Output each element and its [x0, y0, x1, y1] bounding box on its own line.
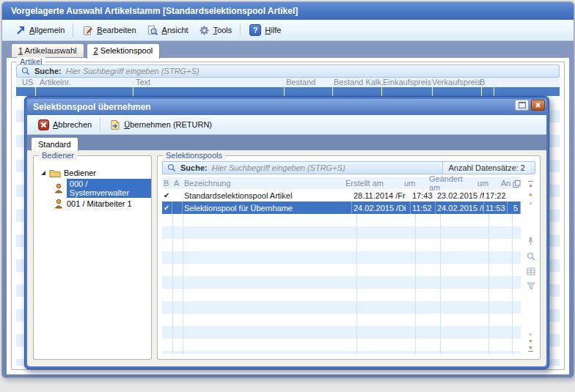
- table-row-selected[interactable]: ✔ Selektionspool für Übernhame 24.02.201…: [162, 201, 521, 214]
- search-placeholder: Hier Suchbegriff eingeben (STRG+S): [66, 67, 199, 75]
- cell-bezeichnung: Standardselektionspool Artikel: [183, 189, 352, 201]
- main-tabs: 1 Artikelauswahl 2 Selektionspool: [11, 43, 160, 57]
- tools-gear-icon: [199, 25, 210, 36]
- check-icon: ✔: [162, 201, 172, 214]
- col-text[interactable]: Text: [136, 78, 150, 86]
- search-icon: [21, 67, 30, 75]
- uebernehmen-label: Übernehmen (RETURN): [124, 120, 212, 129]
- tree-expander-icon[interactable]: [40, 169, 46, 176]
- cell-an: [508, 189, 521, 201]
- record-count: Anzahl Datensätze: 2: [442, 162, 530, 174]
- selektionspool-dialog: Selektionspool übernehmen Abbrechen Über…: [24, 96, 549, 369]
- zoom-icon[interactable]: [527, 252, 535, 261]
- menu-ansicht[interactable]: Ansicht: [142, 23, 194, 38]
- dialog-restore-button[interactable]: [515, 100, 529, 111]
- apply-icon: [109, 119, 120, 130]
- allgemein-arrow-icon: [15, 25, 26, 36]
- artikel-table-header: US Artikelnr. Text Bestand Bestand Kalk.…: [16, 78, 560, 87]
- search-label: Suche:: [34, 67, 62, 75]
- tree-item-systemverwalter[interactable]: 000 / Systemverwalter: [34, 180, 151, 196]
- menu-tools[interactable]: Tools: [194, 23, 238, 38]
- dialog-toolbar: Abbrechen Übernehmen (RETURN): [27, 115, 546, 135]
- user-icon: [54, 199, 64, 209]
- tab-artikelauswahl[interactable]: 1 Artikelauswahl: [11, 43, 84, 57]
- scroll-to-bottom-icon[interactable]: ▼: [528, 344, 533, 352]
- table-row[interactable]: ✔ Standardselektionspool Artikel 28.11.2…: [162, 189, 521, 201]
- toolbar-separator: [240, 23, 241, 37]
- window-titlebar: Vorgelagerte Auswahl Artikelstamm [Stand…: [2, 2, 574, 20]
- search-icon: [167, 163, 176, 172]
- menu-allgemein-label: Allgemein: [29, 26, 65, 34]
- bediener-tree: Bediener 000 / Systemverwalter 001 / Mit…: [34, 156, 151, 211]
- close-icon: [534, 101, 542, 109]
- col-bestand-kalk[interactable]: Bestand Kalk.: [334, 78, 384, 86]
- grid-icon[interactable]: [527, 267, 535, 275]
- scroll-up-icon[interactable]: ▲: [528, 191, 533, 197]
- user-icon: [54, 183, 64, 193]
- artikel-selected-row[interactable]: [16, 87, 560, 96]
- cell-erstellt: 28.11.2014 /Fr: [352, 189, 411, 201]
- cell-um: 17:43: [411, 189, 436, 201]
- col-bezeichnung[interactable]: Bezeichnung: [183, 179, 344, 188]
- col-b[interactable]: B: [162, 179, 172, 188]
- col-an[interactable]: An: [499, 179, 513, 188]
- bediener-groupbox: Bediener Bediener 000 / Systemverwalter …: [33, 155, 152, 360]
- menu-tools-label: Tools: [213, 26, 232, 34]
- tree-node-label: Bediener: [64, 169, 96, 177]
- pools-search-input[interactable]: Suche: Hier Suchbegriff eingeben (STRG+S…: [162, 161, 535, 174]
- pools-table-header: B A Bezeichnung Erstellt am um Geändert …: [162, 177, 521, 189]
- help-icon: ?: [249, 24, 261, 36]
- col-artikelnr[interactable]: Artikelnr.: [40, 78, 71, 86]
- col-a[interactable]: A: [172, 179, 183, 188]
- pools-table: B A Bezeichnung Erstellt am um Geändert …: [162, 177, 521, 354]
- folder-icon: [49, 168, 61, 177]
- column-options-icon[interactable]: [513, 180, 521, 188]
- abbrechen-label: Abbrechen: [53, 120, 92, 129]
- tab-selektionspool[interactable]: 2 Selektionspool: [87, 43, 161, 59]
- main-menubar: Allgemein Bearbeiten Ansicht Tools ? Hil…: [2, 20, 574, 41]
- menu-ansicht-label: Ansicht: [162, 26, 188, 34]
- scroll-down-alt-icon[interactable]: ▼: [528, 338, 533, 344]
- cell-um: 11:53: [484, 201, 508, 214]
- col-einkaufspreis[interactable]: Einkaufspreis: [383, 78, 431, 86]
- restore-icon: [519, 102, 526, 108]
- window-title: Vorgelagerte Auswahl Artikelstamm [Stand…: [11, 6, 298, 16]
- bearbeiten-icon: [82, 25, 93, 36]
- abbrechen-button[interactable]: Abbrechen: [33, 117, 97, 133]
- uebernehmen-button[interactable]: Übernehmen (RETURN): [104, 117, 217, 133]
- pools-nav-strip: ▲ ▲ ▲ ▼ ▼ ▼: [524, 177, 538, 354]
- dialog-close-button[interactable]: [531, 100, 545, 111]
- scroll-up-alt-icon[interactable]: ▲: [528, 199, 533, 206]
- cell-geaendert: 23.02.2015 /Mo: [436, 189, 484, 201]
- cell-bezeichnung: Selektionspool für Übernhame: [183, 201, 352, 214]
- col-us[interactable]: US: [22, 78, 33, 86]
- col-verkaufspreis[interactable]: Verkaufspreis: [432, 78, 481, 86]
- menu-hilfe[interactable]: ? Hilfe: [244, 22, 286, 38]
- toolbar-separator: [73, 23, 74, 37]
- cell-erstellt: 24.02.2015 /Di: [352, 201, 411, 214]
- search-placeholder: Hier Suchbegriff eingeben (STRG+S): [212, 163, 345, 172]
- cell-um: 11:52: [411, 201, 436, 214]
- check-icon: ✔: [162, 189, 172, 201]
- dialog-title: Selektionspool übernehmen: [33, 102, 151, 112]
- menu-bearbeiten[interactable]: Bearbeiten: [77, 23, 141, 38]
- dialog-titlebar: Selektionspool übernehmen: [27, 99, 546, 115]
- pin-icon[interactable]: [527, 237, 535, 245]
- tree-item-mitarbeiter1[interactable]: 001 / Mitarbeiter 1: [34, 196, 151, 211]
- pools-group-label: Selektionspools: [163, 150, 225, 160]
- col-erstellt-am[interactable]: Erstellt am: [344, 179, 403, 188]
- scroll-to-top-icon[interactable]: ▲: [528, 181, 533, 188]
- col-b[interactable]: B: [480, 78, 485, 86]
- artikel-search-input[interactable]: Suche: Hier Suchbegriff eingeben (STRG+S…: [16, 64, 560, 78]
- tab-standard[interactable]: Standard: [31, 137, 78, 151]
- tree-item-label: 000 / Systemverwalter: [67, 179, 151, 198]
- filter-icon[interactable]: [527, 282, 535, 290]
- col-um-1[interactable]: um: [403, 179, 428, 188]
- pools-groupbox: Selektionspools Suche: Hier Suchbegriff …: [157, 155, 541, 360]
- menu-allgemein[interactable]: Allgemein: [10, 23, 70, 38]
- col-um-2[interactable]: um: [476, 179, 499, 188]
- scroll-down-icon[interactable]: ▼: [528, 331, 533, 338]
- pools-table-empty-area: [162, 214, 521, 354]
- search-label: Suche:: [180, 163, 208, 172]
- col-bestand[interactable]: Bestand: [286, 78, 315, 86]
